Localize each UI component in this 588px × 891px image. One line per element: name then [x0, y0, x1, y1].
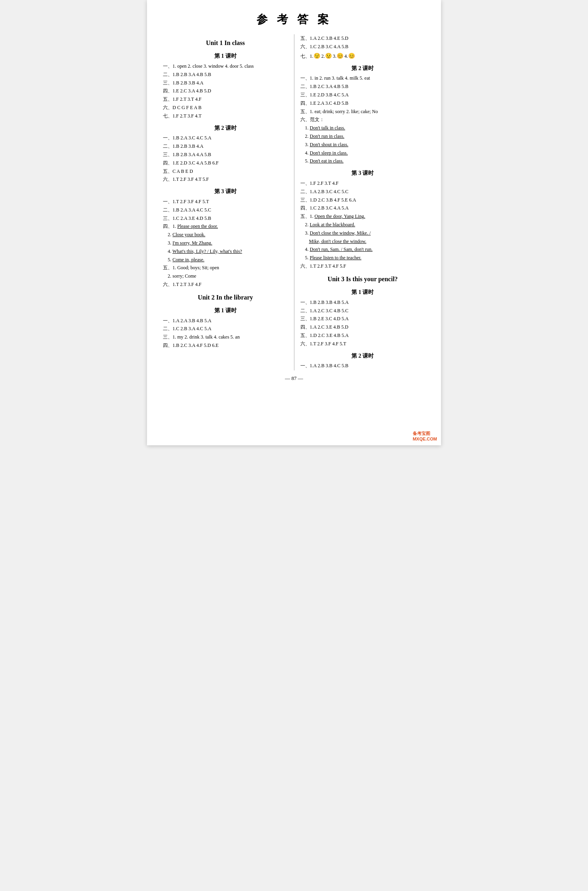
unit3-l1-line4: 四、1.A 2.C 3.E 4.B 5.D: [300, 323, 425, 331]
unit1-l3-line3: 三、1.C 2.A 3.E 4.D 5.B: [163, 215, 288, 223]
r-unit2-l2-w1: 1. Don't talk in class.: [300, 124, 425, 132]
r-unit2-l3-line4: 四、1.C 2.B 3.C 4.A 5.A: [300, 204, 425, 212]
unit3-l1-line5: 五、1.D 2.C 3.E 4.B 5.A: [300, 332, 425, 340]
watermark: 备考宝图MXQE.COM: [413, 431, 437, 441]
unit1-l2-line2: 二、1.B 2.B 3.B 4.A: [163, 143, 288, 151]
r-unit2-l3-w3a: 3. Don't close the window, Mike. /: [300, 229, 425, 237]
page-title: 参 考 答 案: [163, 12, 425, 27]
unit1-l3-more3: 六、1.T 2.T 3.F 4.F: [163, 281, 288, 289]
r-unit2-lesson2-title: 第 2 课时: [300, 64, 425, 73]
unit2-l1-line1: 一、1.A 2.A 3.B 4.B 5.A: [163, 317, 288, 325]
r-unit2-l3-line2: 二、1.A 2.B 3.C 4.C 5.C: [300, 188, 425, 196]
unit2-l1-line2: 二、1.C 2.B 3.A 4.C 5.A: [163, 325, 288, 333]
unit1-l2-line5: 五、C A B E D: [163, 168, 288, 176]
unit1-l3-writing3: 3. I'm sorry, Mr Zhang.: [163, 239, 288, 247]
r-unit2-l3-line3: 三、1.D 2.C 3.B 4.F 5.E 6.A: [300, 196, 425, 204]
left-column: Unit 1 In class 第 1 课时 一、1. open 2. clos…: [163, 34, 294, 370]
r-unit2-l2-w5: 5. Don't eat in class.: [300, 157, 425, 165]
unit1-lesson2-title: 第 2 课时: [163, 123, 288, 133]
r-unit2-l3-w5: 5. Please listen to the teacher.: [300, 254, 425, 262]
unit3-l1-line3: 三、1.B 2.E 3.C 4.D 5.A: [300, 315, 425, 323]
unit1-lesson1-title: 第 1 课时: [163, 51, 288, 61]
r-unit2-l2-fanwen: 六、范文：: [300, 116, 425, 124]
page: 参 考 答 案 Unit 1 In class 第 1 课时 一、1. open…: [147, 0, 441, 445]
unit1-l3-more1: 五、1. Good; boys; Sit; open: [163, 264, 288, 272]
r-unit2-l1-line5: 五、1.A 2.C 3.B 4.E 5.D: [300, 35, 425, 43]
unit3-lesson2-title: 第 2 课时: [300, 351, 425, 361]
unit2-title: Unit 2 In the library: [163, 292, 288, 303]
r-unit2-l1-line6: 六、1.C 2.B 3.C 4.A 5.B: [300, 43, 425, 51]
unit1-l3-writing4: 4. What's this, Lily? / Lily, what's thi…: [163, 248, 288, 256]
unit1-l1-line1: 一、1. open 2. close 3. window 4. door 5. …: [163, 63, 288, 70]
unit3-l1-line1: 一、1.B 2.B 3.B 4.B 5.A: [300, 299, 425, 307]
r-unit2-l3-more1: 六、1.T 2.F 3.T 4.F 5.F: [300, 262, 425, 270]
unit1-l3-line1: 一、1.T 2.F 3.F 4.F 5.T: [163, 198, 288, 206]
r-unit2-l2-line5: 五、1. eat; drink; sorry 2. like; cake; No: [300, 108, 425, 116]
r-unit2-l2-line2: 二、1.B 2.C 3.A 4.B 5.B: [300, 83, 425, 91]
unit2-l1-line3: 三、1. my 2. drink 3. talk 4. cakes 5. an: [163, 333, 288, 341]
page-number: — 87 —: [163, 375, 425, 382]
unit1-l3-line2: 二、1.B 2.A 3.A 4.C 5.C: [163, 206, 288, 214]
unit1-l2-line1: 一、1.B 2.A 3.C 4.C 5.A: [163, 134, 288, 142]
unit3-l1-line6: 六、1.T 2.F 3.F 4.F 5.T: [300, 340, 425, 348]
r-unit2-l2-w2: 2. Don't run in class.: [300, 133, 425, 141]
unit1-lesson3-title: 第 3 课时: [163, 187, 288, 196]
unit1-l1-line3: 三、1.B 2.B 3.B 4.A: [163, 79, 288, 87]
unit1-l3-writing1: 四、1. Please open the door.: [163, 223, 288, 231]
r-unit2-l2-w3: 3. Don't shout in class.: [300, 141, 425, 149]
unit1-l2-line6: 六、1.T 2.F 3.F 4.T 5.F: [163, 176, 288, 184]
unit1-l2-line4: 四、1.E 2.D 3.C 4.A 5.B 6.F: [163, 159, 288, 167]
unit2-l1-line4: 四、1.B 2.C 3.A 4.F 5.D 6.E: [163, 342, 288, 350]
unit3-l2-line1: 一、1.A 2.B 3.B 4.C 5.B: [300, 362, 425, 370]
unit1-l3-writing5: 5. Come in, please.: [163, 256, 288, 264]
unit1-l1-line7: 七、1.F 2.T 3.F 4.T: [163, 112, 288, 120]
unit2-lesson1-title: 第 1 课时: [163, 306, 288, 315]
r-unit2-l2-line1: 一、1. in 2. run 3. talk 4. milk 5. eat: [300, 74, 425, 82]
r-unit2-l1-smileys: 七、1.😟 2.😟 3.😊 4.😊: [300, 51, 425, 61]
unit3-title: Unit 3 Is this your pencil?: [300, 274, 425, 284]
r-unit2-l3-w0: 五、1. Open the door, Yang Ling.: [300, 213, 425, 221]
r-unit2-l2-w4: 4. Don't sleep in class.: [300, 149, 425, 157]
unit1-l1-line5: 五、1.F 2.T 3.T 4.F: [163, 96, 288, 104]
unit1-l1-line6: 六、D C G F E A B: [163, 104, 288, 112]
unit1-l3-more2: 2. sorry; Come: [163, 272, 288, 280]
unit1-title: Unit 1 In class: [163, 37, 288, 48]
r-unit2-lesson3-title: 第 3 课时: [300, 168, 425, 178]
r-unit2-l2-line3: 三、1.E 2.D 3.B 4.C 5.A: [300, 91, 425, 99]
r-unit2-l3-line1: 一、1.F 2.F 3.T 4.F: [300, 180, 425, 188]
r-unit2-l3-w2: 2. Look at the blackboard.: [300, 221, 425, 229]
unit1-l2-line3: 三、1.B 2.B 3.A 4.A 5.B: [163, 151, 288, 159]
unit3-lesson1-title: 第 1 课时: [300, 288, 425, 297]
r-unit2-l3-w3b: Mike, don't close the window.: [300, 238, 425, 246]
r-unit2-l3-w4: 4. Don't run, Sam. / Sam, don't run.: [300, 246, 425, 254]
unit3-l1-line2: 二、1.A 2.C 3.C 4.B 5.C: [300, 307, 425, 315]
r-unit2-l2-line4: 四、1.E 2.A 3.C 4.D 5.B: [300, 100, 425, 108]
unit1-l3-writing2: 2. Close your book.: [163, 231, 288, 239]
unit1-l1-line2: 二、1.B 2.B 3.A 4.B 5.B: [163, 71, 288, 79]
right-column: 五、1.A 2.C 3.B 4.E 5.D 六、1.C 2.B 3.C 4.A …: [294, 34, 425, 370]
unit1-l1-line4: 四、1.E 2.C 3.A 4.B 5.D: [163, 87, 288, 95]
